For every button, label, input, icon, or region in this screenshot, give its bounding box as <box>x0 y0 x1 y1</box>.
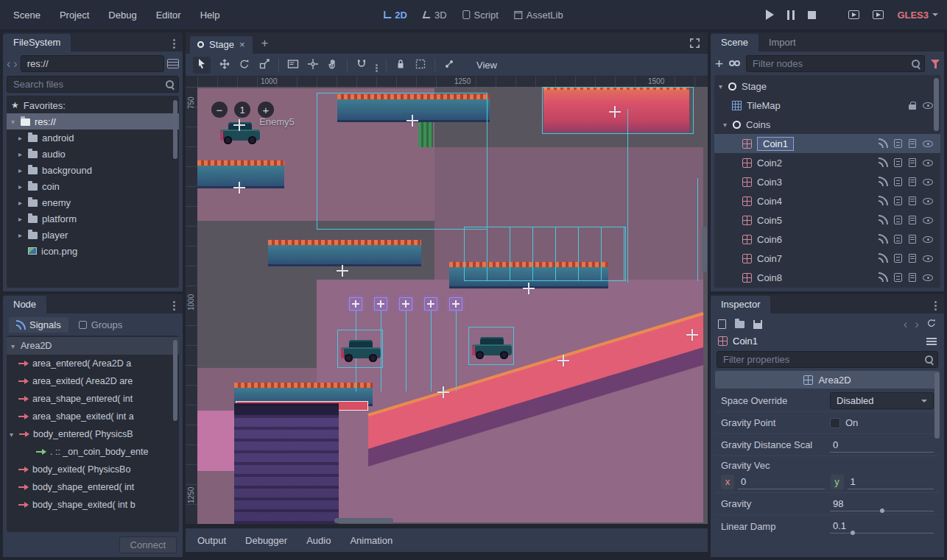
script-icon[interactable] <box>909 235 916 244</box>
tree-item-coin[interactable]: ▸coin <box>7 178 179 194</box>
object-history-icon[interactable] <box>926 318 937 330</box>
water[interactable] <box>234 403 339 524</box>
group-indicator-icon[interactable] <box>894 216 902 224</box>
menu-editor[interactable]: Editor <box>152 7 186 24</box>
script-icon[interactable] <box>909 196 916 205</box>
mode-3d-button[interactable]: 3D <box>423 10 447 21</box>
renderer-select[interactable]: GLES3 <box>897 10 938 21</box>
load-resource-icon[interactable] <box>735 321 744 328</box>
snap-menu-icon[interactable] <box>376 64 378 66</box>
collapse-arrow-icon[interactable]: ▾ <box>11 118 21 126</box>
signal-indicator-icon[interactable] <box>879 158 887 167</box>
slider-grabber[interactable] <box>851 531 855 535</box>
pause-button[interactable] <box>787 10 795 20</box>
tree-row-coin7[interactable]: Coin7 <box>714 249 940 268</box>
script-icon[interactable] <box>909 177 916 186</box>
inspector-tab[interactable]: Inspector <box>711 296 770 313</box>
menu-scene[interactable]: Scene <box>9 7 45 24</box>
collapse-arrow-icon[interactable]: ▾ <box>11 342 21 350</box>
lock-icon[interactable] <box>909 104 916 110</box>
enemy-sprite[interactable] <box>340 333 381 362</box>
tree-row-coins[interactable]: ▾Coins <box>714 115 940 134</box>
signal-row[interactable]: area_exited( Area2D are <box>7 372 179 390</box>
lock-object-icon[interactable] <box>395 58 406 72</box>
signal-indicator-icon[interactable] <box>879 196 887 205</box>
group-indicator-icon[interactable] <box>894 196 902 205</box>
script-icon[interactable] <box>909 216 916 224</box>
visibility-icon[interactable] <box>923 141 933 147</box>
visibility-icon[interactable] <box>923 179 933 185</box>
gravity-vec-x-field[interactable]: 0 <box>738 475 825 489</box>
groups-tab[interactable]: Groups <box>71 317 130 333</box>
expand-arrow-icon[interactable]: ▸ <box>18 134 28 142</box>
visibility-icon[interactable] <box>923 102 933 109</box>
signals-tab[interactable]: Signals <box>9 317 68 333</box>
script-icon[interactable] <box>909 158 916 167</box>
signal-indicator-icon[interactable] <box>879 254 887 263</box>
dock-menu-icon[interactable] <box>934 301 937 303</box>
attach-script-icon[interactable] <box>931 60 940 68</box>
output-tab[interactable]: Output <box>197 535 226 546</box>
distraction-free-icon[interactable] <box>689 38 700 51</box>
mode-assetlib-button[interactable]: AssetLib <box>515 10 563 21</box>
animation-tab[interactable]: Animation <box>350 535 392 546</box>
tree-item-iconpng[interactable]: icon.png <box>7 243 179 259</box>
group-indicator-icon[interactable] <box>894 139 902 148</box>
signal-indicator-icon[interactable] <box>879 216 887 224</box>
signal-row[interactable]: area_shape_exited( int a <box>7 408 179 425</box>
filter-nodes-input[interactable] <box>746 55 925 72</box>
visibility-icon[interactable] <box>923 255 933 262</box>
split-mode-icon[interactable] <box>167 59 179 68</box>
tree-row-coin5[interactable]: Coin5 <box>714 210 940 230</box>
history-back-icon[interactable]: ‹ <box>904 318 908 330</box>
scrollbar-thumb[interactable] <box>173 340 177 421</box>
import-tab[interactable]: Import <box>758 34 806 52</box>
tree-item-player[interactable]: ▸player <box>7 227 179 243</box>
nav-back-button[interactable]: ‹ <box>7 58 10 70</box>
save-resource-icon[interactable] <box>753 320 762 329</box>
coin-sprite[interactable] <box>349 297 362 311</box>
expand-arrow-icon[interactable]: ▸ <box>18 199 28 207</box>
group-indicator-icon[interactable] <box>894 254 902 263</box>
list-select-icon[interactable] <box>287 58 299 72</box>
signal-indicator-icon[interactable] <box>879 139 887 148</box>
search-files-input[interactable] <box>7 76 179 93</box>
rotate-tool-icon[interactable] <box>239 58 250 72</box>
script-icon[interactable] <box>909 273 916 282</box>
tree-item-enemy[interactable]: ▸enemy <box>7 194 179 210</box>
signal-indicator-icon[interactable] <box>879 177 887 186</box>
play-scene-button[interactable] <box>848 10 859 19</box>
tree-row-coin6[interactable]: Coin6 <box>714 230 940 249</box>
tree-item-res[interactable]: ▾res:// <box>7 113 179 130</box>
signal-root-row[interactable]: ▾Area2D <box>7 337 179 355</box>
script-icon[interactable] <box>909 139 916 148</box>
pivot-tool-icon[interactable] <box>307 58 319 72</box>
expand-arrow-icon[interactable]: ▸ <box>18 150 28 158</box>
group-indicator-icon[interactable] <box>894 158 902 167</box>
expand-arrow-icon[interactable]: ▸ <box>18 182 28 191</box>
dock-menu-icon[interactable] <box>173 39 175 41</box>
path-field[interactable] <box>21 55 164 72</box>
filesystem-tab[interactable]: FileSystem <box>3 34 71 52</box>
coin-sprite[interactable] <box>424 297 437 311</box>
tree-row-stage[interactable]: ▾Stage <box>714 77 940 96</box>
visibility-icon[interactable] <box>923 198 933 205</box>
slider-grabber[interactable] <box>880 508 884 513</box>
close-tab-icon[interactable]: × <box>239 39 245 50</box>
tree-row-tilemap[interactable]: TileMap <box>714 96 940 115</box>
stop-button[interactable] <box>808 11 816 19</box>
tree-row-coin2[interactable]: Coin2 <box>714 153 940 172</box>
coin-sprite[interactable] <box>374 297 387 311</box>
debugger-tab[interactable]: Debugger <box>245 535 287 546</box>
coin-sprite[interactable] <box>449 297 462 311</box>
view-menu[interactable]: View <box>476 60 497 71</box>
menu-debug[interactable]: Debug <box>104 7 141 24</box>
new-scene-tab-button[interactable]: + <box>253 36 278 54</box>
node-tab[interactable]: Node <box>3 296 46 313</box>
visibility-icon[interactable] <box>923 160 933 166</box>
mode-2d-button[interactable]: 2D <box>384 10 407 21</box>
group-indicator-icon[interactable] <box>894 273 902 282</box>
visibility-icon[interactable] <box>923 236 933 243</box>
canvas[interactable]: Enemy5 − 1 + <box>197 87 708 524</box>
smart-snap-icon[interactable] <box>356 58 367 72</box>
